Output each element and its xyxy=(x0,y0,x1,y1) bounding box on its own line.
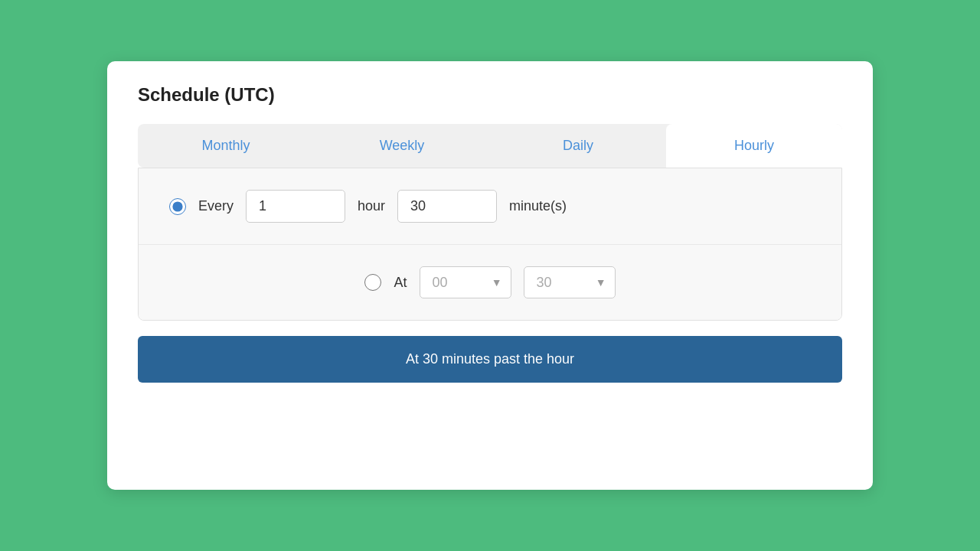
every-row: Every hour minute(s) xyxy=(139,168,841,245)
tab-panels: Every hour minute(s) At 00 01 02 03 04 0… xyxy=(138,168,842,321)
schedule-card: Schedule (UTC) Monthly Weekly Daily Hour… xyxy=(107,61,873,490)
tab-daily[interactable]: Daily xyxy=(490,124,666,168)
page-title: Schedule (UTC) xyxy=(138,84,842,106)
at-row: At 00 01 02 03 04 05 06 07 08 09 10 xyxy=(139,245,841,320)
at-hour-select[interactable]: 00 01 02 03 04 05 06 07 08 09 10 11 12 1… xyxy=(420,266,511,298)
hour-label: hour xyxy=(358,198,385,214)
hour-select-wrapper: 00 01 02 03 04 05 06 07 08 09 10 11 12 1… xyxy=(420,266,511,298)
minutes-label: minute(s) xyxy=(509,198,567,214)
summary-bar: At 30 minutes past the hour xyxy=(138,336,842,383)
minute-select-wrapper: 00 05 10 15 20 25 30 35 40 45 50 55 ▼ xyxy=(524,266,616,298)
every-label: Every xyxy=(198,198,234,214)
hour-input[interactable] xyxy=(246,190,345,223)
minute-input[interactable] xyxy=(397,190,497,223)
at-radio[interactable] xyxy=(364,274,381,291)
at-label: At xyxy=(394,275,407,291)
at-minute-select[interactable]: 00 05 10 15 20 25 30 35 40 45 50 55 xyxy=(524,266,616,298)
tab-hourly[interactable]: Hourly xyxy=(666,124,842,168)
every-radio[interactable] xyxy=(169,198,186,215)
tab-monthly[interactable]: Monthly xyxy=(138,124,314,168)
tab-weekly[interactable]: Weekly xyxy=(314,124,490,168)
tabs-bar: Monthly Weekly Daily Hourly xyxy=(138,124,842,168)
at-section: At 00 01 02 03 04 05 06 07 08 09 10 xyxy=(364,266,615,298)
